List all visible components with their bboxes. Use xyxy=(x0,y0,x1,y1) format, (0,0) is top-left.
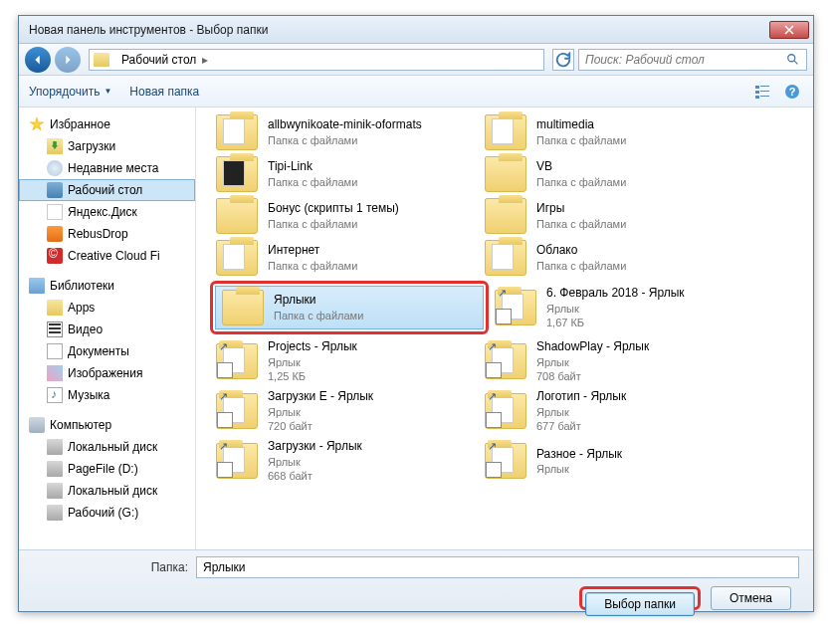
sidebar-item-desktop[interactable]: Рабочий стол xyxy=(19,179,195,201)
breadcrumb-item[interactable]: Рабочий стол xyxy=(115,53,202,67)
cancel-button[interactable]: Отмена xyxy=(711,586,791,610)
file-subtitle: Ярлык xyxy=(268,405,373,419)
sidebar-libraries-header[interactable]: Библиотеки xyxy=(19,275,195,297)
desktop-icon xyxy=(47,182,63,198)
back-button[interactable] xyxy=(25,47,51,73)
view-options-button[interactable] xyxy=(751,81,773,103)
organize-button[interactable]: Упорядочить▼ xyxy=(29,85,111,99)
folder-icon xyxy=(94,53,109,67)
body-area: Избранное Загрузки Недавние места Рабочи… xyxy=(19,107,813,549)
image-icon xyxy=(47,365,63,381)
svg-rect-2 xyxy=(760,86,769,87)
file-subtitle: Ярлык xyxy=(268,355,357,369)
file-item[interactable]: Логотип - ЯрлыкЯрлык677 байт xyxy=(479,386,747,436)
file-item[interactable]: VBПапка с файлами xyxy=(479,153,747,195)
help-button[interactable]: ? xyxy=(781,81,803,103)
svg-rect-3 xyxy=(755,91,759,94)
file-item[interactable]: multimediaПапка с файлами xyxy=(479,111,747,153)
sidebar-item-recent[interactable]: Недавние места xyxy=(19,157,195,179)
file-subtitle: Папка с файлами xyxy=(536,133,626,147)
sidebar-item-video[interactable]: Видео xyxy=(19,319,195,340)
forward-button[interactable] xyxy=(55,47,81,73)
file-item[interactable]: ЯрлыкиПапка с файлами xyxy=(215,286,484,329)
document-icon xyxy=(47,343,63,359)
file-item[interactable]: ShadowPlay - ЯрлыкЯрлык708 байт xyxy=(479,336,747,386)
sidebar-item-creativecloud[interactable]: Creative Cloud Fi xyxy=(19,245,195,267)
sidebar-item-yandexdisk[interactable]: Яндекс.Диск xyxy=(19,201,195,223)
file-name: Логотип - Ярлык xyxy=(536,389,626,405)
file-name: 6. Февраль 2018 - Ярлык xyxy=(546,286,685,302)
file-subtitle: Папка с файлами xyxy=(268,133,422,147)
file-name: multimedia xyxy=(536,117,626,133)
new-folder-button[interactable]: Новая папка xyxy=(129,85,199,99)
folder-icon xyxy=(485,114,526,150)
folder-name-input[interactable] xyxy=(196,556,799,578)
file-name: Tipi-Link xyxy=(268,159,357,175)
close-icon xyxy=(784,25,794,35)
folder-icon xyxy=(222,290,264,325)
file-name: Игры xyxy=(536,201,626,217)
file-item[interactable]: Projects - ЯрлыкЯрлык1,25 КБ xyxy=(210,336,479,386)
file-item[interactable]: ИгрыПапка с файлами xyxy=(479,195,747,237)
file-name: Загрузки Е - Ярлык xyxy=(268,389,373,405)
sidebar-item-apps[interactable]: Apps xyxy=(19,297,195,319)
file-subtitle: Папка с файлами xyxy=(268,175,357,189)
address-bar[interactable]: Рабочий стол ▸ xyxy=(89,49,544,71)
clock-icon xyxy=(47,160,63,176)
drive-icon xyxy=(47,461,63,477)
creative-cloud-icon xyxy=(47,248,63,264)
video-icon xyxy=(47,322,63,337)
sidebar-item-pagefile[interactable]: PageFile (D:) xyxy=(19,458,195,480)
drive-icon xyxy=(47,439,63,455)
file-item[interactable]: Бонус (скрипты 1 темы)Папка с файлами xyxy=(210,195,479,237)
file-item[interactable]: 6. Февраль 2018 - ЯрлыкЯрлык1,67 КБ xyxy=(489,279,757,336)
arrow-right-icon xyxy=(61,53,75,67)
downloads-icon xyxy=(47,138,63,154)
folder-icon xyxy=(216,198,258,234)
file-name: Разное - Ярлык xyxy=(536,447,622,463)
toolbar: Упорядочить▼ Новая папка ? xyxy=(19,76,813,107)
sidebar-item-downloads[interactable]: Загрузки xyxy=(19,135,195,157)
file-name: Облако xyxy=(536,243,626,259)
file-subtitle: Папка с файлами xyxy=(536,259,626,273)
sidebar-item-localdisk[interactable]: Локальный диск xyxy=(19,436,195,458)
file-name: VB xyxy=(536,159,626,175)
file-subtitle: Ярлык xyxy=(268,455,362,469)
sidebar-item-images[interactable]: Изображения xyxy=(19,362,195,384)
search-input[interactable] xyxy=(585,53,786,67)
folder-icon xyxy=(216,443,258,479)
file-item[interactable]: Загрузки - ЯрлыкЯрлык668 байт xyxy=(210,436,479,486)
file-item[interactable]: Tipi-LinkПапка с файлами xyxy=(210,153,479,195)
search-icon xyxy=(786,53,800,67)
file-item[interactable]: allbwynikoate-minik-oformatsПапка с файл… xyxy=(210,111,479,153)
folder-icon xyxy=(485,198,526,234)
file-name: Интернет xyxy=(268,243,357,259)
search-box[interactable] xyxy=(578,49,807,71)
file-item[interactable]: ОблакоПапка с файлами xyxy=(479,237,747,279)
folder-icon xyxy=(47,300,63,316)
sidebar-item-music[interactable]: Музыка xyxy=(19,384,195,406)
folder-icon xyxy=(216,156,258,192)
file-list[interactable]: allbwynikoate-minik-oformatsПапка с файл… xyxy=(196,107,813,549)
sidebar-item-workdisk[interactable]: Рабочий (G:) xyxy=(19,502,195,524)
sidebar-item-rebusdrop[interactable]: RebusDrop xyxy=(19,223,195,245)
svg-rect-5 xyxy=(755,96,759,99)
sidebar-item-documents[interactable]: Документы xyxy=(19,340,195,362)
refresh-icon xyxy=(553,50,573,70)
select-highlight: Выбор папки xyxy=(579,586,701,610)
file-item[interactable]: Загрузки Е - ЯрлыкЯрлык720 байт xyxy=(210,386,479,436)
close-button[interactable] xyxy=(769,21,809,39)
sidebar-item-localdisk2[interactable]: Локальный диск xyxy=(19,480,195,502)
arrow-left-icon xyxy=(31,53,45,67)
sidebar-computer-header[interactable]: Компьютер xyxy=(19,414,195,436)
file-name: ShadowPlay - Ярлык xyxy=(536,339,649,355)
select-folder-button[interactable]: Выбор папки xyxy=(585,592,695,616)
file-item[interactable]: ИнтернетПапка с файлами xyxy=(210,237,479,279)
folder-icon xyxy=(485,343,526,379)
folder-icon xyxy=(216,114,258,150)
file-item[interactable]: Разное - ЯрлыкЯрлык xyxy=(479,436,747,486)
sidebar-favorites-header[interactable]: Избранное xyxy=(19,113,195,135)
refresh-button[interactable] xyxy=(552,49,574,71)
folder-icon xyxy=(495,290,536,325)
help-icon: ? xyxy=(784,84,800,100)
